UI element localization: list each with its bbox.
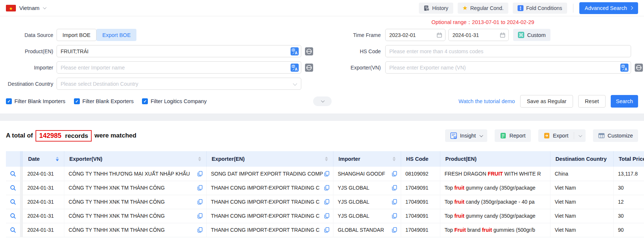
- cell-importer: GLOBAL STANDAR: [333, 223, 401, 237]
- match-mode-icon[interactable]: [305, 47, 313, 55]
- table-row: 2024-01-31CÔNG TY TNHH XNK TM THÀNH CÔNG…: [6, 223, 644, 237]
- end-date-field[interactable]: [448, 29, 509, 41]
- column-header-exporter-en[interactable]: Exporter(EN): [206, 151, 333, 167]
- hs-code-label: HS Code: [325, 48, 381, 54]
- cell-text: CÔNG TY TNHH XNK TM THÀNH CÔNG: [69, 185, 165, 191]
- cell-importer: YJS GLOBAL: [333, 195, 401, 209]
- column-header-exporter-vn[interactable]: Exporter(VN): [64, 151, 206, 167]
- copy-icon[interactable]: [324, 213, 329, 219]
- table-row: 2024-01-31CÔNG TY TNHH XNK TM THÀNH CÔNG…: [6, 181, 644, 195]
- destination-country-input[interactable]: [57, 78, 301, 90]
- copy-icon[interactable]: [392, 227, 397, 233]
- cell-hs-code: 17049091: [401, 223, 440, 237]
- save-as-regular-button[interactable]: Save as Regular: [520, 95, 573, 108]
- translate-icon[interactable]: A: [291, 47, 299, 55]
- summary-prefix: A total of: [6, 132, 33, 139]
- cell-exporter-vn: CÔNG TY TNHH THƯƠNG MẠI XUẤT NHẬP KHẨU: [64, 167, 206, 181]
- calendar-icon[interactable]: [437, 32, 442, 38]
- match-mode-icon[interactable]: [635, 64, 643, 72]
- custom-range-button[interactable]: Custom: [513, 29, 550, 41]
- translate-icon[interactable]: A: [620, 64, 628, 72]
- checkbox-checked-icon: ✓: [6, 98, 12, 104]
- cell-date: 2024-01-31: [21, 223, 64, 237]
- report-icon: [500, 132, 506, 139]
- cell-total-price: 30: [613, 181, 644, 195]
- history-button[interactable]: History: [419, 3, 453, 14]
- row-detail-search-icon[interactable]: [10, 199, 16, 205]
- filter-logitics-company-checkbox[interactable]: ✓ Filter Logitics Company: [142, 98, 207, 104]
- destination-country-select[interactable]: [57, 78, 301, 90]
- report-button[interactable]: Report: [495, 129, 531, 142]
- column-header-importer[interactable]: Importer: [333, 151, 401, 167]
- importer-input[interactable]: [57, 61, 301, 74]
- row-detail-search-icon[interactable]: [10, 185, 16, 191]
- cell-exporter-en: THANH CONG IMPORT-EXPORT TRADING C: [206, 223, 333, 237]
- cell-hs-code: 17049091: [401, 195, 440, 209]
- importer-field: A: [57, 61, 301, 74]
- cell-exporter-vn: CÔNG TY TNHH XNK TM THÀNH CÔNG: [64, 195, 206, 209]
- exporter-vn-input[interactable]: [385, 61, 631, 74]
- filter-action-row: ✓ Filter Blank Importers ✓ Filter Blank …: [0, 95, 644, 108]
- copy-icon[interactable]: [324, 171, 329, 176]
- country-selector[interactable]: ★ Vietnam: [6, 5, 45, 11]
- cell-row-action: [6, 167, 21, 181]
- column-header-label: Importer: [339, 156, 360, 162]
- cell-total-price: 13,117.8: [613, 167, 644, 181]
- record-count: 142985: [39, 132, 61, 140]
- row-detail-search-icon[interactable]: [10, 227, 16, 233]
- customize-button[interactable]: Customize: [593, 129, 638, 142]
- product-en-input[interactable]: [57, 45, 301, 57]
- sort-icon[interactable]: [56, 157, 59, 162]
- regular-cond-button[interactable]: ★ Regular Cond.: [458, 3, 509, 14]
- insight-button[interactable]: BI Insight: [445, 129, 487, 142]
- copy-icon[interactable]: [392, 171, 397, 176]
- row-detail-search-icon[interactable]: [10, 171, 16, 177]
- copy-icon[interactable]: [392, 185, 397, 191]
- cell-exporter-en: THANH CONG IMPORT-EXPORT TRADING C: [206, 209, 333, 223]
- cell-text: THANH CONG IMPORT-EXPORT TRADING C: [211, 227, 320, 233]
- table-row: 2024-01-31CÔNG TY TNHH XNK TM THÀNH CÔNG…: [6, 195, 644, 209]
- start-date-field[interactable]: [385, 29, 445, 41]
- search-button[interactable]: Search: [611, 95, 638, 108]
- history-label: History: [432, 5, 448, 11]
- export-boe-tab[interactable]: Export BOE: [96, 29, 137, 41]
- filter-blank-importers-checkbox[interactable]: ✓ Filter Blank Importers: [6, 98, 65, 104]
- column-header-label: Exporter(EN): [212, 156, 245, 162]
- copy-icon[interactable]: [324, 185, 329, 191]
- reset-button[interactable]: Reset: [578, 95, 606, 108]
- import-boe-tab[interactable]: Import BOE: [57, 29, 96, 41]
- records-word: records: [65, 132, 88, 140]
- export-options-button[interactable]: [574, 129, 586, 142]
- collapse-form-button[interactable]: [313, 96, 332, 106]
- copy-icon[interactable]: [197, 185, 203, 191]
- hs-code-input[interactable]: [385, 45, 631, 57]
- calendar-icon[interactable]: [500, 32, 505, 38]
- fold-conditions-button[interactable]: Fold Conditions: [513, 3, 567, 14]
- sort-icon[interactable]: [325, 157, 328, 162]
- column-header-date[interactable]: Date: [21, 151, 64, 167]
- row-detail-search-icon[interactable]: [10, 213, 16, 219]
- copy-icon[interactable]: [197, 227, 203, 233]
- sort-icon[interactable]: [393, 157, 396, 162]
- cell-exporter-vn: CÔNG TY TNHH XNK TM THÀNH CÔNG: [64, 223, 206, 237]
- optional-range-text: Optional range：2013-07-01 to 2024-02-29: [431, 19, 534, 26]
- cell-product-en: Top fruit gummy candy (350gr/package: [440, 181, 550, 195]
- tutorial-demo-link[interactable]: Watch the tutorial demo: [458, 98, 515, 104]
- copy-icon[interactable]: [197, 171, 203, 176]
- copy-icon[interactable]: [392, 199, 397, 205]
- export-button[interactable]: Export: [538, 129, 574, 142]
- filter-blank-exporters-checkbox[interactable]: ✓ Filter Blank Exporters: [74, 98, 134, 104]
- copy-icon[interactable]: [324, 227, 329, 233]
- cell-text: YJS GLOBAL: [338, 185, 370, 191]
- match-mode-icon[interactable]: [305, 64, 313, 72]
- copy-icon[interactable]: [197, 199, 203, 205]
- chevron-down-icon: [578, 133, 582, 137]
- translate-icon[interactable]: A: [291, 64, 299, 72]
- copy-icon[interactable]: [324, 199, 329, 205]
- cell-product-en: Top fruit gummy candy (350gr/package: [440, 209, 550, 223]
- copy-icon[interactable]: [392, 213, 397, 219]
- advanced-search-button[interactable]: Advanced Search: [579, 2, 638, 14]
- sort-icon[interactable]: [198, 157, 201, 162]
- column-header-product-en: Product(EN): [440, 151, 550, 167]
- copy-icon[interactable]: [197, 213, 203, 219]
